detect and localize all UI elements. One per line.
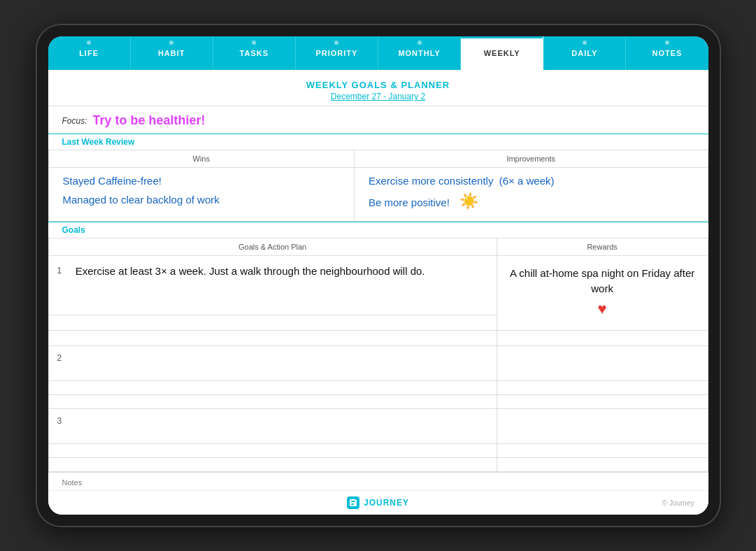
svg-rect-2 — [351, 503, 354, 505]
improvements-header: Improvements — [355, 150, 708, 168]
goal-text-1: Exercise at least 3× a week. Just a walk… — [74, 255, 497, 315]
goal-text-2 — [74, 345, 497, 380]
svg-rect-1 — [351, 501, 355, 502]
tab-life[interactable]: LIFE — [48, 36, 131, 70]
focus-label: Focus: — [62, 116, 87, 126]
tab-dot — [583, 41, 587, 45]
tab-dot — [169, 41, 173, 45]
goal-number-2: 2 — [48, 345, 74, 380]
goal-row-1-sub2 — [48, 330, 708, 345]
improvements-text: Exercise more consistently (6× a week) B… — [369, 173, 694, 213]
tab-priority[interactable]: PRIORITY — [296, 36, 378, 70]
notes-label: Notes — [62, 478, 694, 487]
wins-header: Wins — [48, 150, 355, 168]
goals-section: Goals Goals & Action Plan Rewards 1 — [48, 222, 708, 472]
footer-logo-text: JOURNEY — [364, 498, 409, 508]
reward-1-text: A chill at-home spa night on Friday afte… — [506, 260, 699, 326]
reward-3-cell — [497, 408, 708, 443]
reward-2-cell — [497, 345, 708, 380]
footer: JOURNEY © Journey — [48, 490, 708, 515]
goal-row-2-sub2 — [48, 394, 708, 408]
footer-logo: JOURNEY — [347, 496, 409, 509]
goal-row-3-sub2 — [48, 457, 708, 471]
goals-action-header: Goals & Action Plan — [48, 238, 497, 255]
tab-habit[interactable]: HABIT — [131, 36, 213, 70]
tab-weekly[interactable]: WEEKLY — [461, 36, 543, 70]
goal-number-3: 3 — [48, 408, 74, 443]
goal-row-2-sub — [48, 380, 708, 394]
tab-notes[interactable]: NOTES — [626, 36, 708, 70]
goal-row-3: 3 — [48, 408, 708, 443]
tab-tasks[interactable]: TASKS — [213, 36, 296, 70]
focus-row: Focus: Try to be healthier! — [48, 106, 708, 134]
goal-number-1: 1 — [48, 255, 74, 315]
improvements-cell: Exercise more consistently (6× a week) B… — [355, 168, 708, 222]
goal-1-text: Exercise at least 3× a week. Just a walk… — [76, 263, 488, 280]
tab-dot — [665, 41, 669, 45]
tab-dot — [418, 41, 422, 45]
page-title: WEEKLY GOALS & PLANNER — [48, 80, 708, 90]
goals-header: Goals — [48, 222, 708, 238]
tab-bar: LIFE HABIT TASKS PRIORITY MONTHLY WEEKLY — [48, 36, 708, 70]
tablet-frame: LIFE HABIT TASKS PRIORITY MONTHLY WEEKLY — [36, 24, 721, 527]
goal-text-3 — [74, 408, 497, 443]
reward-1-cell: A chill at-home spa night on Friday afte… — [497, 255, 708, 330]
heart-icon-reward: ♥ — [598, 300, 607, 317]
review-table: Wins Improvements Stayed Caffeine-free! … — [48, 150, 708, 222]
journey-icon-svg — [349, 499, 357, 507]
goal-row-1: 1 Exercise at least 3× a week. Just a wa… — [48, 255, 708, 315]
tab-dot — [334, 41, 338, 45]
page-header: WEEKLY GOALS & PLANNER December 27 - Jan… — [48, 70, 708, 106]
tab-monthly[interactable]: MONTHLY — [378, 36, 461, 70]
win-2: Managed to clear backlog of work — [63, 192, 341, 208]
goals-table: Goals & Action Plan Rewards 1 Exercise a… — [48, 238, 708, 472]
focus-text: Try to be healthier! — [93, 113, 206, 128]
notes-section: Notes — [48, 472, 708, 491]
goal-row-2: 2 — [48, 345, 708, 380]
sun-emoji: ☀️ — [459, 192, 478, 210]
win-1: Stayed Caffeine-free! — [63, 173, 341, 189]
goal-row-3-sub — [48, 443, 708, 457]
tab-daily[interactable]: DAILY — [543, 36, 626, 70]
main-content: WEEKLY GOALS & PLANNER December 27 - Jan… — [48, 70, 708, 490]
journey-logo-icon — [347, 496, 359, 509]
svg-rect-0 — [350, 499, 357, 506]
tablet-screen: LIFE HABIT TASKS PRIORITY MONTHLY WEEKLY — [48, 36, 708, 515]
page-subtitle: December 27 - January 2 — [48, 92, 708, 101]
tab-dot — [87, 41, 91, 45]
rewards-header: Rewards — [497, 238, 708, 255]
wins-cell: Stayed Caffeine-free! Managed to clear b… — [48, 168, 355, 222]
footer-copyright: © Journey — [662, 499, 694, 507]
last-week-review-header: Last Week Review — [48, 134, 708, 150]
tab-dot — [252, 41, 256, 45]
